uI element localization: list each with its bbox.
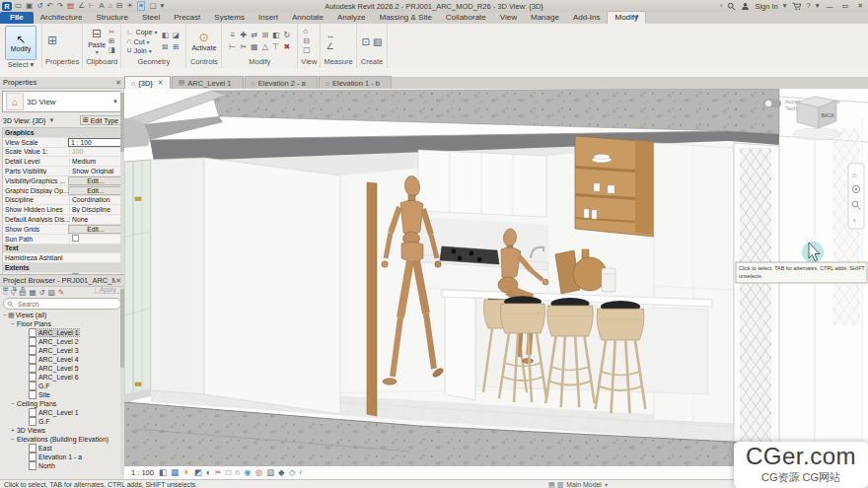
- edit-type-button[interactable]: ⊞ Edit Type: [80, 115, 121, 125]
- drawing-area[interactable]: Accelerated Graphics Tech Preview BACK ⌂…: [124, 89, 868, 466]
- cut-to-clipboard-icon[interactable]: ✂: [108, 29, 115, 36]
- ribbon-tab[interactable]: Massing & Site: [372, 12, 438, 24]
- tree-expander[interactable]: −: [10, 320, 16, 327]
- geometry-tool[interactable]: ∩Cut▾: [126, 37, 157, 45]
- tree-item[interactable]: − Floor Plans: [0, 319, 124, 328]
- ribbon-tab[interactable]: Steel: [135, 12, 167, 24]
- redo-icon[interactable]: ↷: [57, 2, 63, 10]
- default-3d-icon[interactable]: ⌂: [303, 28, 311, 36]
- view-tab[interactable]: ⌂ Elevation 2 - a: [245, 76, 318, 89]
- measure-icon[interactable]: ∠: [78, 2, 85, 10]
- array-icon[interactable]: ▦: [251, 43, 258, 51]
- unlock-3d-view-icon[interactable]: ○: [235, 468, 240, 477]
- copy-to-clipboard-icon[interactable]: ⊞: [108, 37, 115, 45]
- property-value[interactable]: Medium: [69, 158, 121, 165]
- pin-icon[interactable]: ⊤: [272, 43, 279, 51]
- view-tab[interactable]: ▤ ARC_Level 1: [172, 76, 244, 89]
- callout-icon[interactable]: ▢: [303, 46, 311, 55]
- tree-expander[interactable]: −: [10, 436, 16, 443]
- rendering-dialog-icon[interactable]: ◐: [206, 468, 211, 477]
- measure-between-refs-icon[interactable]: ↔: [326, 32, 334, 41]
- tree-expander[interactable]: +: [10, 427, 16, 434]
- tree-item[interactable]: + 3D Views: [0, 426, 124, 435]
- signin-caret-icon[interactable]: ▾: [783, 2, 787, 10]
- project-browser-close-icon[interactable]: ✕: [115, 277, 121, 285]
- tree-item[interactable]: Elevation 1 - a: [0, 453, 124, 461]
- tree-item[interactable]: ARC_Level 1: [0, 408, 124, 417]
- tree-item[interactable]: East: [0, 444, 124, 453]
- reveal-hidden-elements-icon[interactable]: ◎: [255, 468, 262, 477]
- ribbon-tab[interactable]: Precast: [167, 12, 207, 24]
- browser-views-icon[interactable]: ▧: [48, 288, 55, 297]
- restore-button[interactable]: ▭: [840, 2, 851, 10]
- text-icon[interactable]: A: [99, 2, 104, 10]
- tree-expander[interactable]: −: [10, 400, 16, 407]
- split-face-icon[interactable]: ◪: [173, 32, 180, 39]
- tree-item[interactable]: ARC_Level 5: [0, 364, 124, 373]
- modify-subtab-caret-icon[interactable]: ▾: [631, 13, 643, 23]
- browser-edit-icon[interactable]: ✎: [58, 288, 64, 297]
- ribbon-tab[interactable]: Manage: [524, 12, 566, 24]
- property-value[interactable]: Edit...: [68, 186, 121, 195]
- minimize-button[interactable]: —: [825, 3, 835, 10]
- view-tab[interactable]: ⌂ Elevation 1 - b: [319, 76, 392, 89]
- tree-item[interactable]: Site: [0, 390, 124, 399]
- ribbon-tab[interactable]: View: [493, 12, 524, 24]
- visual-style-icon[interactable]: ▦: [171, 468, 179, 477]
- activate-controls-button[interactable]: ⊙Activate: [191, 32, 216, 51]
- shadows-icon[interactable]: ◩: [194, 468, 202, 477]
- ribbon-tab[interactable]: Collaborate: [439, 12, 493, 24]
- workset-caret-icon[interactable]: ▾: [605, 481, 608, 488]
- thin-lines-icon[interactable]: ≡: [137, 1, 145, 11]
- sync-icon[interactable]: ↺: [36, 2, 42, 10]
- move-icon[interactable]: ✚: [240, 32, 247, 39]
- tree-item[interactable]: − ▦ Views (all): [0, 311, 124, 319]
- ribbon-tab[interactable]: Insert: [252, 12, 285, 24]
- save-icon[interactable]: ▣: [26, 2, 33, 10]
- active-workset-label[interactable]: Main Model: [566, 481, 602, 488]
- rotate-icon[interactable]: ↻: [283, 32, 290, 39]
- browser-filter-icon[interactable]: ▽: [11, 288, 17, 297]
- collapse-search-icon[interactable]: ‹: [720, 2, 723, 10]
- wood-shelf-unit[interactable]: [575, 136, 654, 237]
- aligned-dimension-icon[interactable]: ⊢: [89, 2, 96, 10]
- create-component-icon[interactable]: ⊡: [362, 36, 370, 47]
- view-scale-button[interactable]: 1 : 100: [130, 467, 155, 478]
- geometry-tool[interactable]: ∟Cope▾: [126, 29, 157, 36]
- mirror-icon[interactable]: ◧: [272, 32, 280, 39]
- property-value[interactable]: [69, 235, 121, 243]
- browser-grid-icon[interactable]: ▦: [29, 288, 36, 297]
- undo-icon[interactable]: ↶: [46, 2, 52, 10]
- ribbon-tab[interactable]: Architecture: [34, 12, 90, 24]
- tree-item[interactable]: G.F: [0, 417, 124, 426]
- ribbon-tab[interactable]: Annotate: [285, 12, 330, 24]
- sun-path-icon[interactable]: ☀: [182, 468, 190, 477]
- view-tab[interactable]: ⌂ {3D} ✕: [124, 76, 171, 89]
- search-icon[interactable]: [727, 2, 736, 11]
- demolish-icon[interactable]: ⊠: [162, 43, 168, 51]
- property-value[interactable]: Edit...: [68, 225, 121, 234]
- wall-joins-icon[interactable]: ⊞: [173, 43, 179, 51]
- sign-in-label[interactable]: Sign In: [755, 2, 777, 11]
- property-value[interactable]: Show Original: [69, 168, 121, 174]
- view-cube[interactable]: BACK: [793, 97, 840, 140]
- ribbon-tab[interactable]: File: [0, 12, 34, 24]
- ribbon-tab[interactable]: Structure: [89, 12, 134, 24]
- navigation-bar[interactable]: ⌂ ‹: [848, 164, 864, 229]
- section-view-icon[interactable]: ⊟: [303, 37, 311, 46]
- temporary-view-properties-icon[interactable]: ▥: [266, 468, 274, 477]
- print-icon[interactable]: ▤: [67, 2, 74, 10]
- close-hidden-windows-icon[interactable]: ▢: [149, 2, 156, 10]
- property-value[interactable]: Edit...: [68, 176, 121, 185]
- nav-home-icon[interactable]: ⌂: [852, 172, 856, 178]
- help-caret-icon[interactable]: ▾: [816, 2, 820, 10]
- browser-search-box[interactable]: [3, 298, 121, 310]
- offset-icon[interactable]: ⇄: [251, 32, 257, 39]
- glass-curtain-wall[interactable]: [124, 160, 151, 404]
- ribbon-tab[interactable]: Systems: [207, 12, 252, 24]
- match-type-icon[interactable]: ◨: [108, 46, 115, 54]
- open-icon[interactable]: ▭: [15, 2, 22, 10]
- ribbon-tab[interactable]: Analyze: [330, 12, 372, 24]
- crop-view-icon[interactable]: ✂: [215, 468, 222, 477]
- properties-close-icon[interactable]: ✕: [115, 79, 121, 87]
